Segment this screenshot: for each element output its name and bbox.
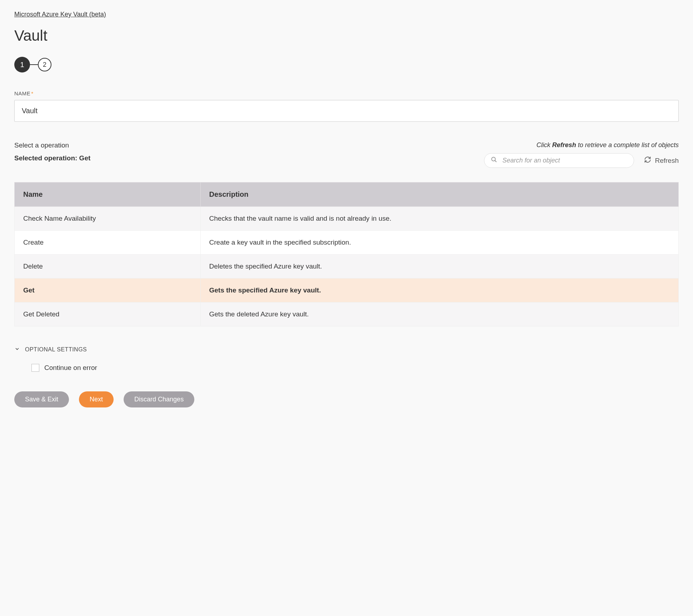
- optional-settings-label: OPTIONAL SETTINGS: [25, 346, 87, 353]
- cell-description: Create a key vault in the specified subs…: [200, 231, 678, 255]
- refresh-button[interactable]: Refresh: [644, 156, 679, 165]
- search-refresh-row: Refresh: [484, 153, 679, 168]
- svg-line-1: [495, 160, 497, 162]
- chevron-down-icon: [14, 346, 20, 353]
- stepper: 1 2: [14, 57, 679, 72]
- required-star-icon: *: [31, 90, 33, 96]
- cell-name: Create: [15, 231, 201, 255]
- operation-table: Name Description Check Name Availability…: [14, 182, 679, 326]
- discard-changes-button[interactable]: Discard Changes: [124, 391, 194, 407]
- table-row[interactable]: GetGets the specified Azure key vault.: [15, 279, 679, 302]
- cell-name: Delete: [15, 255, 201, 279]
- cell-description: Gets the specified Azure key vault.: [200, 279, 678, 302]
- search-icon: [491, 156, 497, 165]
- selected-op-value: Get: [79, 154, 91, 162]
- name-label-text: NAME: [14, 90, 30, 96]
- operation-section: Select a operation Selected operation: G…: [14, 141, 679, 326]
- page-title: Vault: [14, 27, 679, 44]
- operation-header-left: Select a operation Selected operation: G…: [14, 141, 90, 162]
- selected-op-prefix: Selected operation:: [14, 154, 79, 162]
- optional-settings-toggle[interactable]: OPTIONAL SETTINGS: [14, 346, 679, 353]
- table-row[interactable]: Get DeletedGets the deleted Azure key va…: [15, 302, 679, 326]
- optional-settings-section: OPTIONAL SETTINGS Continue on error: [14, 346, 679, 372]
- cell-description: Gets the deleted Azure key vault.: [200, 302, 678, 326]
- svg-point-0: [492, 157, 496, 161]
- cell-name: Get: [15, 279, 201, 302]
- cell-name: Get Deleted: [15, 302, 201, 326]
- operation-header-right: Click Refresh to retrieve a complete lis…: [484, 141, 679, 168]
- operation-header: Select a operation Selected operation: G…: [14, 141, 679, 168]
- cell-description: Deletes the specified Azure key vault.: [200, 255, 678, 279]
- continue-on-error-row: Continue on error: [31, 364, 679, 372]
- cell-name: Check Name Availability: [15, 207, 201, 231]
- hint-suffix: to retrieve a complete list of objects: [576, 141, 679, 149]
- next-button[interactable]: Next: [79, 391, 114, 407]
- continue-on-error-checkbox[interactable]: [31, 364, 39, 372]
- button-row: Save & Exit Next Discard Changes: [14, 391, 679, 407]
- search-wrap[interactable]: [484, 153, 634, 168]
- search-input[interactable]: [502, 157, 627, 164]
- cell-description: Checks that the vault name is valid and …: [200, 207, 678, 231]
- name-field-group: NAME*: [14, 90, 679, 122]
- breadcrumb-link[interactable]: Microsoft Azure Key Vault (beta): [14, 11, 106, 18]
- refresh-hint: Click Refresh to retrieve a complete lis…: [537, 141, 679, 149]
- th-description: Description: [200, 182, 678, 207]
- hint-prefix: Click: [537, 141, 552, 149]
- hint-bold: Refresh: [552, 141, 576, 149]
- step-1[interactable]: 1: [14, 57, 30, 72]
- table-row[interactable]: CreateCreate a key vault in the specifie…: [15, 231, 679, 255]
- refresh-label: Refresh: [655, 157, 679, 165]
- table-row[interactable]: DeleteDeletes the specified Azure key va…: [15, 255, 679, 279]
- th-name: Name: [15, 182, 201, 207]
- table-row[interactable]: Check Name AvailabilityChecks that the v…: [15, 207, 679, 231]
- refresh-icon: [644, 156, 651, 165]
- name-input[interactable]: [14, 100, 679, 122]
- save-exit-button[interactable]: Save & Exit: [14, 391, 69, 407]
- table-header-row: Name Description: [15, 182, 679, 207]
- step-connector: [30, 64, 38, 65]
- name-label: NAME*: [14, 90, 679, 96]
- select-operation-label: Select a operation: [14, 141, 90, 149]
- selected-operation: Selected operation: Get: [14, 154, 90, 162]
- continue-on-error-label: Continue on error: [44, 364, 97, 372]
- step-2[interactable]: 2: [38, 58, 51, 71]
